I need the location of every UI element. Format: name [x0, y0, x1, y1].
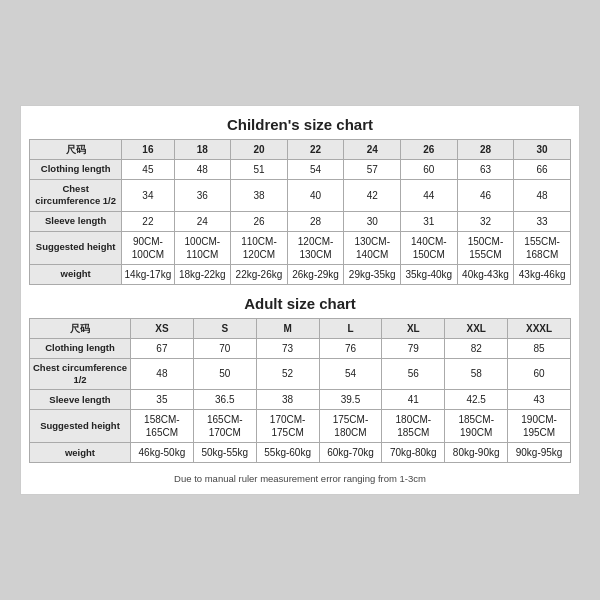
table-row: Suggested height158CM-165CM165CM-170CM17…	[30, 410, 571, 443]
row-label: Chest circumference 1/2	[30, 358, 131, 390]
cell-value: 34	[122, 179, 174, 211]
cell-value: 48	[514, 179, 571, 211]
cell-value: 155CM-168CM	[514, 231, 571, 264]
adult-col-header: XS	[130, 318, 193, 338]
cell-value: 48	[174, 159, 231, 179]
cell-value: 38	[256, 390, 319, 410]
cell-value: 40	[287, 179, 344, 211]
cell-value: 63	[457, 159, 514, 179]
cell-value: 31	[401, 211, 458, 231]
cell-value: 50	[193, 358, 256, 390]
cell-value: 80kg-90kg	[445, 443, 508, 463]
cell-value: 36.5	[193, 390, 256, 410]
cell-value: 35kg-40kg	[401, 264, 458, 284]
cell-value: 73	[256, 338, 319, 358]
cell-value: 39.5	[319, 390, 382, 410]
table-row: Chest circumference 1/23436384042444648	[30, 179, 571, 211]
cell-value: 67	[130, 338, 193, 358]
cell-value: 100CM-110CM	[174, 231, 231, 264]
table-row: Clothing length4548515457606366	[30, 159, 571, 179]
cell-value: 45	[122, 159, 174, 179]
cell-value: 51	[231, 159, 288, 179]
cell-value: 76	[319, 338, 382, 358]
children-col-header: 20	[231, 139, 288, 159]
adult-table: 尺码XSSMLXLXXLXXXL Clothing length67707376…	[29, 318, 571, 464]
cell-value: 58	[445, 358, 508, 390]
cell-value: 185CM-190CM	[445, 410, 508, 443]
cell-value: 50kg-55kg	[193, 443, 256, 463]
adult-col-header: 尺码	[30, 318, 131, 338]
cell-value: 48	[130, 358, 193, 390]
table-row: Chest circumference 1/248505254565860	[30, 358, 571, 390]
cell-value: 38	[231, 179, 288, 211]
adult-col-header: XXXL	[508, 318, 571, 338]
cell-value: 82	[445, 338, 508, 358]
cell-value: 28	[287, 211, 344, 231]
table-row: weight46kg-50kg50kg-55kg55kg-60kg60kg-70…	[30, 443, 571, 463]
cell-value: 70	[193, 338, 256, 358]
row-label: Clothing length	[30, 159, 122, 179]
cell-value: 44	[401, 179, 458, 211]
chart-container: Children's size chart 尺码1618202224262830…	[20, 105, 580, 495]
cell-value: 70kg-80kg	[382, 443, 445, 463]
row-label: Suggested height	[30, 231, 122, 264]
cell-value: 57	[344, 159, 401, 179]
row-label: Clothing length	[30, 338, 131, 358]
cell-value: 42	[344, 179, 401, 211]
cell-value: 85	[508, 338, 571, 358]
cell-value: 29kg-35kg	[344, 264, 401, 284]
table-row: Sleeve length3536.53839.54142.543	[30, 390, 571, 410]
cell-value: 33	[514, 211, 571, 231]
row-label: Sleeve length	[30, 390, 131, 410]
cell-value: 43	[508, 390, 571, 410]
cell-value: 40kg-43kg	[457, 264, 514, 284]
adult-col-header: XXL	[445, 318, 508, 338]
cell-value: 18kg-22kg	[174, 264, 231, 284]
cell-value: 130CM-140CM	[344, 231, 401, 264]
cell-value: 42.5	[445, 390, 508, 410]
cell-value: 35	[130, 390, 193, 410]
children-chart-title: Children's size chart	[29, 116, 571, 133]
adult-col-header: XL	[382, 318, 445, 338]
cell-value: 14kg-17kg	[122, 264, 174, 284]
adult-col-header: S	[193, 318, 256, 338]
cell-value: 32	[457, 211, 514, 231]
cell-value: 66	[514, 159, 571, 179]
adult-col-header: M	[256, 318, 319, 338]
cell-value: 55kg-60kg	[256, 443, 319, 463]
cell-value: 22	[122, 211, 174, 231]
adult-col-header: L	[319, 318, 382, 338]
cell-value: 41	[382, 390, 445, 410]
row-label: weight	[30, 264, 122, 284]
cell-value: 22kg-26kg	[231, 264, 288, 284]
table-row: Clothing length67707376798285	[30, 338, 571, 358]
cell-value: 60	[401, 159, 458, 179]
cell-value: 30	[344, 211, 401, 231]
children-col-header: 尺码	[30, 139, 122, 159]
cell-value: 46	[457, 179, 514, 211]
adult-chart-title: Adult size chart	[29, 295, 571, 312]
cell-value: 54	[287, 159, 344, 179]
children-col-header: 18	[174, 139, 231, 159]
cell-value: 175CM-180CM	[319, 410, 382, 443]
cell-value: 120CM-130CM	[287, 231, 344, 264]
cell-value: 158CM-165CM	[130, 410, 193, 443]
row-label: Chest circumference 1/2	[30, 179, 122, 211]
cell-value: 170CM-175CM	[256, 410, 319, 443]
cell-value: 26	[231, 211, 288, 231]
cell-value: 180CM-185CM	[382, 410, 445, 443]
cell-value: 52	[256, 358, 319, 390]
children-table: 尺码1618202224262830 Clothing length454851…	[29, 139, 571, 285]
cell-value: 165CM-170CM	[193, 410, 256, 443]
cell-value: 190CM-195CM	[508, 410, 571, 443]
cell-value: 54	[319, 358, 382, 390]
cell-value: 90CM-100CM	[122, 231, 174, 264]
cell-value: 26kg-29kg	[287, 264, 344, 284]
cell-value: 56	[382, 358, 445, 390]
cell-value: 140CM-150CM	[401, 231, 458, 264]
table-row: weight14kg-17kg18kg-22kg22kg-26kg26kg-29…	[30, 264, 571, 284]
row-label: Sleeve length	[30, 211, 122, 231]
table-row: Sleeve length2224262830313233	[30, 211, 571, 231]
table-row: Suggested height90CM-100CM100CM-110CM110…	[30, 231, 571, 264]
children-col-header: 28	[457, 139, 514, 159]
